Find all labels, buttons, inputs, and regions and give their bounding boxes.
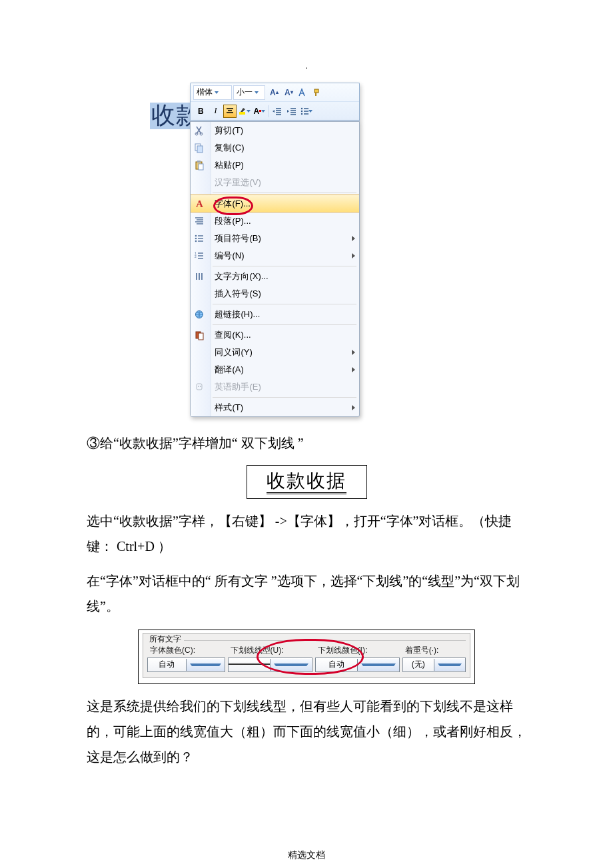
menu-label: 样式(T) — [215, 402, 243, 414]
decrease-indent-button[interactable] — [271, 105, 284, 118]
menu-item-bullets[interactable]: 项目符号(B) — [191, 230, 359, 247]
numbering-icon: 12 — [193, 249, 206, 262]
page-footer: 精选文档 — [87, 849, 526, 861]
chevron-down-icon — [357, 659, 399, 671]
emphasis-value: (无) — [403, 659, 434, 670]
menu-item-cut[interactable]: 剪切(T) — [191, 122, 359, 139]
receipt-sample-box: 收款收据 — [247, 465, 367, 499]
chevron-down-icon — [247, 110, 251, 113]
menu-item-translate[interactable]: 翻译(A) — [191, 361, 359, 378]
step-heading: ③给“收款收据”字样增加“ 双下划线 ” — [87, 430, 526, 456]
menu-item-styles[interactable]: 样式(T) — [191, 399, 359, 416]
font-name-value: 楷体 — [197, 87, 213, 98]
lookup-icon — [193, 328, 206, 342]
menu-item-english-assistant: 英语助手(E) — [191, 378, 359, 396]
svg-rect-20 — [199, 333, 203, 340]
submenu-arrow-icon — [352, 367, 355, 372]
svg-point-23 — [200, 386, 201, 387]
menu-label: 项目符号(B) — [215, 232, 261, 244]
highlight-button[interactable] — [238, 105, 251, 118]
font-color-button[interactable]: A — [253, 105, 266, 118]
paragraph-3: 这是系统提供给我们的下划线线型，但有些人可能看到的下划线不是这样的，可能上面的线… — [87, 693, 526, 769]
menu-item-insert-symbol[interactable]: 插入符号(S) — [191, 285, 359, 302]
menu-item-lookup[interactable]: 查阅(K)... — [191, 326, 359, 344]
menu-item-text-direction[interactable]: 文字方向(X)... — [191, 268, 359, 285]
cut-icon — [193, 124, 206, 137]
group-separator — [184, 640, 466, 641]
font-color-dropdown[interactable]: 自动 — [147, 657, 225, 672]
menu-separator — [213, 193, 356, 193]
menu-label: 超链接(H)... — [215, 308, 260, 320]
chevron-down-icon — [186, 659, 225, 671]
menu-separator — [213, 324, 356, 325]
menu-item-synonyms[interactable]: 同义词(Y) — [191, 344, 359, 361]
underline-color-dropdown[interactable]: 自动 — [315, 657, 400, 672]
svg-rect-2 — [239, 112, 245, 115]
menu-label: 汉字重选(V) — [215, 177, 261, 189]
bold-button[interactable]: B — [194, 105, 207, 118]
menu-label: 编号(N) — [215, 250, 244, 262]
italic-button[interactable]: I — [209, 105, 222, 118]
svg-point-4 — [301, 110, 303, 111]
align-center-icon — [226, 108, 234, 115]
top-dot: . — [87, 60, 526, 69]
paragraph-2: 在“字体”对话框中的“ 所有文字 ”选项下，选择“下划线”的“线型”为“双下划线… — [87, 568, 526, 619]
emphasis-dropdown[interactable]: (无) — [402, 657, 466, 672]
menu-label: 文字方向(X)... — [215, 270, 268, 282]
format-painter-icon — [313, 88, 322, 97]
group-label-all-text: 所有文字 — [147, 634, 183, 645]
underline-style-dropdown[interactable] — [228, 657, 312, 672]
menu-item-font[interactable]: A 字体(F)... — [191, 195, 359, 213]
underline-color-value: 自动 — [316, 659, 357, 670]
increase-indent-icon — [287, 107, 297, 115]
bullets-icon — [193, 232, 206, 245]
submenu-arrow-icon — [352, 236, 355, 241]
menu-label: 插入符号(S) — [215, 288, 261, 300]
svg-rect-0 — [314, 89, 318, 93]
text-effect-icon — [298, 88, 308, 97]
svg-rect-12 — [199, 164, 203, 170]
menu-item-paste[interactable]: 粘贴(P) — [191, 157, 359, 174]
chevron-down-icon — [255, 91, 259, 94]
font-name-dropdown[interactable]: 楷体 — [193, 85, 232, 100]
menu-label: 段落(P)... — [215, 215, 251, 227]
mini-toolbar: 楷体 小一 A▴ A▾ B I — [190, 83, 360, 121]
format-painter-button[interactable] — [311, 86, 324, 99]
change-case-button[interactable] — [297, 86, 310, 99]
menu-item-numbering[interactable]: 12 编号(N) — [191, 247, 359, 264]
menu-item-reconvert: 汉字重选(V) — [191, 174, 359, 191]
paragraph-1: 选中“收款收据”字样，【右键】 ->【字体】，打开“字体”对话框。（快捷键： C… — [87, 508, 526, 559]
paragraph-icon — [193, 215, 206, 228]
align-center-button[interactable] — [223, 105, 237, 118]
menu-label: 剪切(T) — [215, 125, 243, 137]
decrease-indent-icon — [273, 107, 282, 115]
shrink-font-button[interactable]: A▾ — [282, 86, 295, 99]
menu-item-hyperlink[interactable]: 超链接(H)... — [191, 306, 359, 323]
highlight-icon — [239, 107, 245, 116]
svg-point-15 — [195, 240, 197, 242]
increase-indent-button[interactable] — [285, 105, 299, 118]
bullet-list-icon — [301, 107, 308, 115]
font-size-dropdown[interactable]: 小一 — [233, 85, 265, 100]
svg-point-13 — [195, 235, 197, 237]
menu-item-paragraph[interactable]: 段落(P)... — [191, 213, 359, 230]
menu-label: 翻译(A) — [215, 364, 243, 376]
separator — [268, 105, 269, 117]
font-color-label: 字体颜色(C): — [150, 645, 225, 656]
menu-separator — [213, 397, 356, 398]
menu-label: 查阅(K)... — [215, 329, 251, 341]
assistant-icon — [193, 380, 206, 394]
copy-icon — [193, 141, 206, 155]
receipt-sample-text: 收款收据 — [267, 470, 346, 494]
grow-font-button[interactable]: A▴ — [267, 86, 281, 99]
hyperlink-icon — [193, 308, 206, 321]
bullet-list-button[interactable] — [300, 105, 313, 118]
menu-item-copy[interactable]: 复制(C) — [191, 139, 359, 157]
menu-label: 粘贴(P) — [215, 159, 243, 171]
submenu-arrow-icon — [352, 405, 355, 410]
chevron-down-icon — [308, 110, 312, 113]
chevron-down-icon — [261, 110, 265, 113]
submenu-arrow-icon — [352, 253, 355, 258]
font-dialog-icon: A — [193, 197, 206, 211]
chevron-down-icon — [270, 659, 312, 671]
